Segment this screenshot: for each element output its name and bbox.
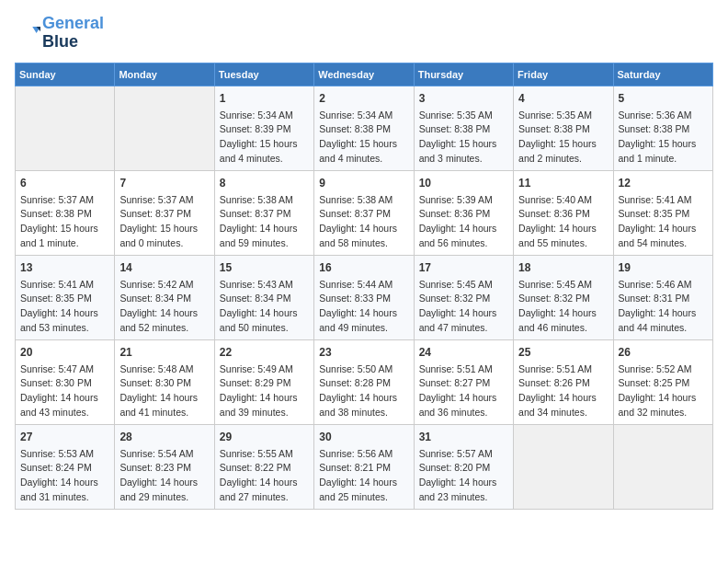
day-info: Sunset: 8:37 PM bbox=[119, 207, 209, 222]
calendar-cell: 11Sunrise: 5:40 AMSunset: 8:36 PMDayligh… bbox=[514, 170, 613, 255]
day-info: Sunset: 8:38 PM bbox=[20, 207, 109, 222]
day-info: Sunrise: 5:51 AM bbox=[419, 362, 508, 377]
svg-rect-0 bbox=[15, 20, 40, 46]
day-info: Sunrise: 5:35 AM bbox=[518, 109, 608, 123]
day-info: Sunrise: 5:34 AM bbox=[220, 109, 309, 123]
day-info: Sunrise: 5:49 AM bbox=[220, 362, 309, 377]
day-info: Daylight: 15 hours and 4 minutes. bbox=[220, 137, 309, 167]
day-info: Daylight: 14 hours and 27 minutes. bbox=[220, 476, 309, 505]
day-info: Sunset: 8:37 PM bbox=[319, 207, 408, 222]
day-info: Sunset: 8:35 PM bbox=[619, 207, 708, 222]
day-info: Daylight: 14 hours and 36 minutes. bbox=[419, 391, 508, 420]
day-number: 26 bbox=[619, 344, 708, 361]
calendar-cell: 18Sunrise: 5:45 AMSunset: 8:32 PMDayligh… bbox=[514, 255, 613, 339]
day-info: Sunset: 8:31 PM bbox=[619, 292, 708, 306]
calendar-week-row: 27Sunrise: 5:53 AMSunset: 8:24 PMDayligh… bbox=[16, 424, 713, 509]
day-info: Sunrise: 5:57 AM bbox=[419, 447, 508, 462]
calendar-cell: 1Sunrise: 5:34 AMSunset: 8:39 PMDaylight… bbox=[214, 86, 313, 170]
day-info: Sunset: 8:39 PM bbox=[220, 122, 309, 137]
day-number: 9 bbox=[319, 175, 408, 191]
calendar-cell: 27Sunrise: 5:53 AMSunset: 8:24 PMDayligh… bbox=[16, 424, 115, 509]
day-info: Sunrise: 5:54 AM bbox=[119, 447, 209, 462]
weekday-header: Monday bbox=[115, 63, 214, 86]
day-number: 20 bbox=[20, 344, 109, 361]
calendar-cell: 25Sunrise: 5:51 AMSunset: 8:26 PMDayligh… bbox=[514, 339, 613, 424]
day-number: 16 bbox=[319, 259, 408, 276]
day-info: Daylight: 14 hours and 31 minutes. bbox=[20, 476, 109, 505]
day-info: Sunrise: 5:55 AM bbox=[220, 447, 309, 462]
calendar-cell bbox=[514, 424, 613, 509]
weekday-header: Tuesday bbox=[214, 63, 313, 86]
calendar-cell: 12Sunrise: 5:41 AMSunset: 8:35 PMDayligh… bbox=[613, 170, 712, 255]
day-info: Sunset: 8:38 PM bbox=[419, 122, 508, 137]
day-info: Daylight: 14 hours and 39 minutes. bbox=[220, 391, 309, 420]
calendar-cell: 29Sunrise: 5:55 AMSunset: 8:22 PMDayligh… bbox=[214, 424, 313, 509]
day-info: Sunrise: 5:41 AM bbox=[619, 193, 708, 208]
day-info: Sunrise: 5:48 AM bbox=[119, 362, 209, 377]
day-info: Sunrise: 5:53 AM bbox=[20, 447, 109, 462]
day-info: Sunset: 8:32 PM bbox=[518, 292, 608, 306]
day-info: Sunrise: 5:35 AM bbox=[419, 109, 508, 123]
day-info: Daylight: 14 hours and 34 minutes. bbox=[518, 391, 608, 420]
calendar-cell: 22Sunrise: 5:49 AMSunset: 8:29 PMDayligh… bbox=[214, 339, 313, 424]
calendar-cell: 26Sunrise: 5:52 AMSunset: 8:25 PMDayligh… bbox=[613, 339, 712, 424]
calendar-cell: 8Sunrise: 5:38 AMSunset: 8:37 PMDaylight… bbox=[214, 170, 313, 255]
day-info: Sunrise: 5:47 AM bbox=[20, 362, 109, 377]
day-info: Daylight: 15 hours and 0 minutes. bbox=[119, 222, 209, 251]
calendar-cell: 10Sunrise: 5:39 AMSunset: 8:36 PMDayligh… bbox=[414, 170, 513, 255]
day-info: Sunrise: 5:36 AM bbox=[619, 109, 708, 123]
day-number: 30 bbox=[319, 429, 408, 445]
day-info: Daylight: 15 hours and 4 minutes. bbox=[319, 137, 408, 167]
day-info: Sunrise: 5:50 AM bbox=[319, 362, 408, 377]
day-info: Sunrise: 5:41 AM bbox=[20, 278, 109, 293]
day-info: Sunrise: 5:34 AM bbox=[319, 109, 408, 123]
page-header: GeneralBlue bbox=[15, 15, 713, 52]
weekday-header: Wednesday bbox=[314, 63, 414, 86]
day-info: Sunset: 8:30 PM bbox=[20, 376, 109, 391]
calendar-week-row: 6Sunrise: 5:37 AMSunset: 8:38 PMDaylight… bbox=[16, 170, 713, 255]
day-info: Daylight: 15 hours and 3 minutes. bbox=[419, 137, 508, 167]
day-info: Sunrise: 5:46 AM bbox=[619, 278, 708, 293]
day-info: Daylight: 14 hours and 56 minutes. bbox=[419, 222, 508, 251]
day-info: Sunrise: 5:40 AM bbox=[518, 193, 608, 208]
calendar-cell: 3Sunrise: 5:35 AMSunset: 8:38 PMDaylight… bbox=[414, 86, 513, 170]
weekday-header: Saturday bbox=[613, 63, 712, 86]
day-info: Sunrise: 5:44 AM bbox=[319, 278, 408, 293]
calendar-cell: 17Sunrise: 5:45 AMSunset: 8:32 PMDayligh… bbox=[414, 255, 513, 339]
calendar-cell: 31Sunrise: 5:57 AMSunset: 8:20 PMDayligh… bbox=[414, 424, 513, 509]
day-info: Sunrise: 5:45 AM bbox=[419, 278, 508, 293]
day-number: 14 bbox=[119, 259, 209, 276]
day-info: Sunset: 8:38 PM bbox=[619, 122, 708, 137]
day-number: 12 bbox=[619, 175, 708, 191]
calendar-cell: 7Sunrise: 5:37 AMSunset: 8:37 PMDaylight… bbox=[115, 170, 214, 255]
day-info: Sunset: 8:38 PM bbox=[319, 122, 408, 137]
day-info: Daylight: 14 hours and 49 minutes. bbox=[319, 306, 408, 336]
day-info: Sunset: 8:30 PM bbox=[119, 376, 209, 391]
day-info: Sunset: 8:21 PM bbox=[319, 461, 408, 476]
day-info: Sunset: 8:35 PM bbox=[20, 292, 109, 306]
calendar-cell: 21Sunrise: 5:48 AMSunset: 8:30 PMDayligh… bbox=[115, 339, 214, 424]
day-info: Daylight: 14 hours and 50 minutes. bbox=[220, 306, 309, 336]
calendar-cell bbox=[115, 86, 214, 170]
day-info: Daylight: 15 hours and 1 minute. bbox=[619, 137, 708, 167]
day-number: 25 bbox=[518, 344, 608, 361]
weekday-header: Friday bbox=[514, 63, 613, 86]
day-info: Daylight: 14 hours and 53 minutes. bbox=[20, 306, 109, 336]
day-number: 21 bbox=[119, 344, 209, 361]
day-info: Daylight: 14 hours and 46 minutes. bbox=[518, 306, 608, 336]
day-info: Sunrise: 5:56 AM bbox=[319, 447, 408, 462]
calendar-cell: 19Sunrise: 5:46 AMSunset: 8:31 PMDayligh… bbox=[613, 255, 712, 339]
day-info: Daylight: 14 hours and 32 minutes. bbox=[619, 391, 708, 420]
calendar-week-row: 1Sunrise: 5:34 AMSunset: 8:39 PMDaylight… bbox=[16, 86, 713, 170]
day-number: 7 bbox=[119, 175, 209, 191]
day-number: 18 bbox=[518, 259, 608, 276]
day-info: Sunset: 8:34 PM bbox=[220, 292, 309, 306]
day-info: Sunset: 8:20 PM bbox=[419, 461, 508, 476]
day-info: Daylight: 14 hours and 41 minutes. bbox=[119, 391, 209, 420]
day-info: Sunrise: 5:38 AM bbox=[220, 193, 309, 208]
day-info: Daylight: 14 hours and 23 minutes. bbox=[419, 476, 508, 505]
day-info: Daylight: 14 hours and 59 minutes. bbox=[220, 222, 309, 251]
day-number: 10 bbox=[419, 175, 508, 191]
day-number: 1 bbox=[220, 90, 309, 107]
day-number: 24 bbox=[419, 344, 508, 361]
